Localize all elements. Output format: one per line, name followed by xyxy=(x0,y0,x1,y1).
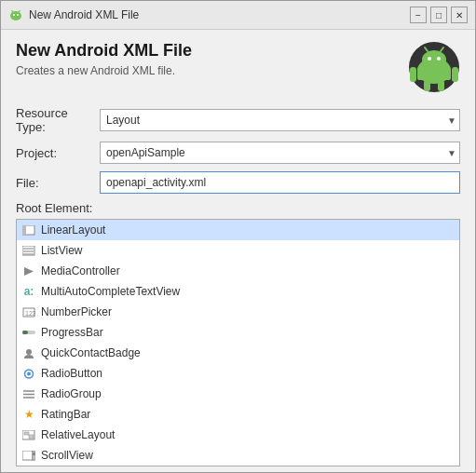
list-item-icon: a: xyxy=(22,285,35,298)
svg-rect-41 xyxy=(33,453,35,455)
project-dropdown[interactable]: openApiSample xyxy=(100,142,460,164)
list-item-icon xyxy=(22,367,35,380)
root-element-label: Root Element: xyxy=(16,201,92,215)
close-button[interactable]: ✕ xyxy=(451,7,468,23)
list-item[interactable]: ScrollView xyxy=(17,445,459,466)
list-item[interactable]: ProgressBar xyxy=(17,322,459,343)
list-item-label: NumberPicker xyxy=(41,305,112,318)
resource-type-label: Resource Type: xyxy=(16,106,100,134)
list-item-label: RadioButton xyxy=(41,367,102,380)
title-bar: New Android XML File − □ ✕ xyxy=(1,1,475,30)
title-bar-text: New Android XML File xyxy=(29,8,139,21)
list-item-icon xyxy=(22,428,35,441)
title-bar-controls: − □ ✕ xyxy=(410,7,468,23)
svg-point-29 xyxy=(26,349,32,355)
project-row: Project: openApiSample ▼ xyxy=(16,142,460,164)
list-item[interactable]: QuickContactBadge xyxy=(17,343,459,363)
list-item[interactable]: LinearLayout xyxy=(17,220,459,240)
list-item-icon xyxy=(22,387,35,400)
android-logo xyxy=(408,41,460,93)
list-item-label: RelativeLayout xyxy=(41,428,115,441)
svg-point-11 xyxy=(437,57,441,61)
svg-rect-39 xyxy=(22,451,33,460)
list-item[interactable]: ★RatingBar xyxy=(17,404,459,425)
root-element-section: Root Element: xyxy=(16,201,460,215)
list-item-icon xyxy=(22,264,35,277)
svg-rect-37 xyxy=(24,432,29,435)
svg-point-30 xyxy=(24,355,34,358)
list-item-icon xyxy=(22,346,35,359)
title-bar-left: New Android XML File xyxy=(8,7,139,22)
svg-point-2 xyxy=(13,14,15,16)
file-label: File: xyxy=(16,176,100,190)
svg-point-32 xyxy=(27,372,31,375)
svg-rect-14 xyxy=(410,67,416,82)
svg-rect-19 xyxy=(22,225,26,235)
list-item-icon: ★ xyxy=(22,408,35,421)
list-item-label: ProgressBar xyxy=(41,326,103,339)
list-item-label: MediaController xyxy=(41,264,120,277)
minimize-button[interactable]: − xyxy=(410,7,427,23)
svg-rect-15 xyxy=(452,67,458,82)
list-item-icon: 123 xyxy=(22,305,35,318)
svg-rect-17 xyxy=(438,80,444,91)
list-item-label: QuickContactBadge xyxy=(41,346,141,359)
project-label: Project: xyxy=(16,146,100,160)
root-element-list[interactable]: LinearLayoutListViewMediaControllera:Mul… xyxy=(16,219,460,466)
list-item[interactable]: a:MultiAutoCompleteTextView xyxy=(17,281,459,302)
svg-rect-28 xyxy=(22,331,28,334)
list-item-label: RadioGroup xyxy=(41,387,102,400)
svg-line-5 xyxy=(19,10,20,12)
list-item[interactable]: RelativeLayout xyxy=(17,425,459,445)
list-item-icon xyxy=(22,326,35,339)
svg-marker-24 xyxy=(24,267,34,276)
list-item[interactable]: MediaController xyxy=(17,261,459,281)
list-item-label: ListView xyxy=(41,244,82,257)
file-wrap xyxy=(100,171,460,194)
content-area: New Android XML File Creates a new Andro… xyxy=(1,30,475,473)
resource-type-row: Resource Type: Layout ▼ xyxy=(16,106,460,134)
list-item[interactable]: RadioButton xyxy=(17,363,459,384)
list-item-label: ScrollView xyxy=(41,449,93,462)
resource-type-dropdown[interactable]: Layout xyxy=(100,109,460,131)
dialog-window: New Android XML File − □ ✕ New Android X… xyxy=(0,0,476,473)
header-text: New Android XML File Creates a new Andro… xyxy=(16,41,192,77)
list-item[interactable]: 123NumberPicker xyxy=(17,302,459,322)
list-item-label: MultiAutoCompleteTextView xyxy=(41,285,180,298)
list-section: LinearLayoutListViewMediaControllera:Mul… xyxy=(16,219,460,466)
list-item[interactable]: ListView xyxy=(17,240,459,261)
page-title: New Android XML File xyxy=(16,41,192,61)
project-wrap: openApiSample ▼ xyxy=(100,142,460,164)
svg-rect-16 xyxy=(424,80,430,91)
svg-text:123: 123 xyxy=(25,310,35,317)
file-row: File: xyxy=(16,171,460,194)
list-item-label: RatingBar xyxy=(41,408,90,421)
android-title-icon xyxy=(8,7,23,22)
maximize-button[interactable]: □ xyxy=(430,7,447,23)
svg-line-4 xyxy=(12,10,14,12)
list-item[interactable]: RadioGroup xyxy=(17,384,459,404)
svg-rect-38 xyxy=(29,435,34,439)
header-section: New Android XML File Creates a new Andro… xyxy=(16,41,460,93)
list-item-label: LinearLayout xyxy=(41,223,105,236)
file-input[interactable] xyxy=(100,171,460,194)
svg-point-9 xyxy=(422,50,446,69)
list-item-icon xyxy=(22,244,35,257)
page-subtitle: Creates a new Android XML file. xyxy=(16,64,192,77)
list-item-icon xyxy=(22,223,35,236)
svg-point-3 xyxy=(17,14,19,16)
svg-rect-8 xyxy=(417,67,451,80)
svg-point-10 xyxy=(428,57,431,61)
resource-type-wrap: Layout ▼ xyxy=(100,109,460,131)
list-item-icon xyxy=(22,449,35,462)
